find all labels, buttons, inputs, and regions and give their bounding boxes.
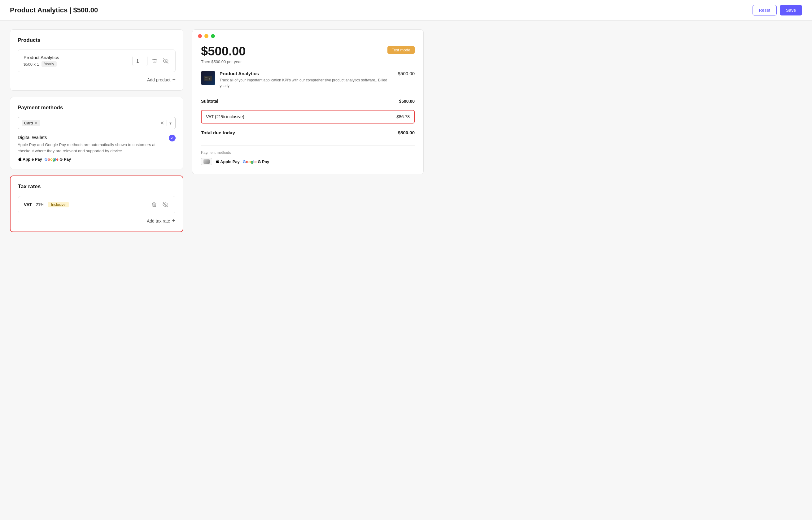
tax-name: VAT bbox=[24, 202, 32, 207]
preview-subtotal-row: Subtotal $500.00 bbox=[201, 95, 415, 107]
preview-google-pay: Google G Pay bbox=[243, 159, 269, 164]
product-controls bbox=[132, 56, 170, 66]
apple-pay-logo: Apple Pay bbox=[18, 157, 42, 161]
total-value: $500.00 bbox=[398, 130, 415, 135]
google-pay-logo: Google G Pay bbox=[45, 157, 71, 161]
preview-per-year: Then $500.00 per year bbox=[201, 59, 415, 64]
select-controls: ✕ ▾ bbox=[160, 120, 172, 126]
card-payment-icon bbox=[201, 158, 212, 165]
add-product-row[interactable]: Add product + bbox=[18, 72, 176, 83]
tax-row: VAT 21% Inclusive bbox=[18, 196, 175, 213]
svg-rect-2 bbox=[204, 76, 212, 81]
preview-vat-row: VAT (21% inclusive) $86.78 bbox=[201, 110, 415, 124]
test-mode-badge: Test mode bbox=[387, 46, 415, 54]
preview-pm-label: Payment methods bbox=[201, 151, 415, 155]
tax-rates-title: Tax rates bbox=[18, 184, 175, 190]
product-price-row: $500 x 1 Yearly bbox=[24, 61, 59, 67]
digital-wallets-title: Digital Wallets bbox=[18, 135, 166, 140]
preview-product-name: Product Analytics bbox=[220, 71, 394, 76]
card-tag-label: Card bbox=[24, 121, 33, 125]
add-tax-rate-label: Add tax rate bbox=[147, 218, 170, 224]
eye-off-icon bbox=[163, 58, 169, 64]
add-product-label: Add product bbox=[147, 77, 171, 82]
delete-tax-button[interactable] bbox=[150, 201, 158, 209]
google-pay-label: G Pay bbox=[59, 157, 71, 161]
preview-product-desc: Track all of your important application … bbox=[220, 77, 394, 88]
traffic-lights bbox=[192, 30, 423, 38]
preview-card: $500.00 Test mode Then $500.00 per year bbox=[192, 29, 424, 174]
top-bar: Product Analytics | $500.00 Reset Save bbox=[0, 0, 812, 21]
preview-price-row: $500.00 Test mode bbox=[201, 44, 415, 58]
svg-point-4 bbox=[209, 78, 210, 80]
page-title: Product Analytics | $500.00 bbox=[10, 6, 98, 14]
digital-wallets-desc: Apple Pay and Google Pay methods are aut… bbox=[18, 142, 166, 154]
svg-rect-3 bbox=[205, 77, 207, 78]
preview-apple-pay: Apple Pay bbox=[215, 159, 240, 164]
selected-methods: Card ✕ bbox=[22, 120, 40, 126]
tax-rates-card: Tax rates VAT 21% Inclusive bbox=[10, 176, 183, 232]
add-tax-rate-row[interactable]: Add tax rate + bbox=[18, 213, 175, 224]
preview-apple-pay-label: Apple Pay bbox=[220, 159, 240, 164]
reset-button[interactable]: Reset bbox=[753, 5, 777, 16]
product-row: Product Analytics $500 x 1 Yearly bbox=[18, 50, 176, 72]
product-thumb-inner bbox=[201, 71, 215, 85]
preview-product-price: $500.00 bbox=[398, 71, 415, 76]
header-actions: Reset Save bbox=[753, 5, 803, 16]
product-name: Product Analytics bbox=[24, 55, 59, 60]
products-card: Products Product Analytics $500 x 1 Year… bbox=[10, 29, 183, 91]
traffic-light-red bbox=[198, 34, 202, 38]
products-title: Products bbox=[18, 37, 176, 43]
hide-tax-button[interactable] bbox=[161, 201, 170, 209]
preview-total-row: Total due today $500.00 bbox=[201, 126, 415, 139]
payment-methods-title: Payment methods bbox=[18, 105, 176, 111]
select-divider bbox=[167, 120, 167, 126]
preview-body: $500.00 Test mode Then $500.00 per year bbox=[192, 38, 423, 174]
remove-card-button[interactable]: ✕ bbox=[34, 121, 37, 125]
digital-wallets-toggle[interactable]: ✓ bbox=[169, 135, 176, 141]
delete-product-button[interactable] bbox=[151, 57, 158, 65]
tax-info: VAT 21% Inclusive bbox=[24, 202, 69, 207]
main-content: Products Product Analytics $500 x 1 Year… bbox=[0, 21, 434, 241]
preview-product-details: Product Analytics Track all of your impo… bbox=[220, 71, 394, 88]
tax-controls bbox=[150, 201, 170, 209]
vat-label: VAT (21% inclusive) bbox=[206, 114, 244, 119]
product-thumb-svg bbox=[203, 73, 213, 83]
payment-methods-card: Payment methods Card ✕ ✕ ▾ Digital Walle… bbox=[10, 97, 183, 169]
apple-icon-preview bbox=[215, 159, 220, 164]
right-column: $500.00 Test mode Then $500.00 per year bbox=[192, 29, 424, 232]
tax-percentage: 21% bbox=[35, 202, 44, 207]
traffic-light-green bbox=[211, 34, 215, 38]
digital-wallets-info: Digital Wallets Apple Pay and Google Pay… bbox=[18, 135, 166, 161]
product-info: Product Analytics $500 x 1 Yearly bbox=[24, 55, 59, 67]
trash-icon bbox=[152, 58, 157, 64]
tax-type-badge: Inclusive bbox=[48, 202, 69, 207]
digital-wallets-row: Digital Wallets Apple Pay and Google Pay… bbox=[18, 135, 176, 161]
payment-method-select[interactable]: Card ✕ ✕ ▾ bbox=[18, 117, 176, 129]
card-tag: Card ✕ bbox=[22, 120, 40, 126]
apple-icon bbox=[18, 157, 22, 161]
subtotal-value: $500.00 bbox=[399, 99, 415, 104]
dropdown-arrow-icon[interactable]: ▾ bbox=[170, 121, 172, 126]
apple-pay-label: Apple Pay bbox=[23, 157, 42, 161]
clear-select-button[interactable]: ✕ bbox=[160, 120, 164, 126]
save-button[interactable]: Save bbox=[780, 5, 802, 16]
add-product-icon: + bbox=[172, 76, 176, 83]
trash-icon bbox=[151, 202, 157, 207]
preview-pm-icons: Apple Pay Google G Pay bbox=[201, 158, 415, 165]
billing-cycle-badge: Yearly bbox=[42, 61, 57, 67]
hide-product-button[interactable] bbox=[162, 57, 170, 65]
preview-payment-methods: Payment methods Apple Pay Google G Pay bbox=[201, 145, 415, 165]
total-label: Total due today bbox=[201, 130, 235, 135]
product-price-label: $500 x 1 bbox=[24, 62, 39, 67]
preview-product-row: Product Analytics Track all of your impo… bbox=[201, 71, 415, 88]
vat-value: $86.78 bbox=[397, 114, 410, 119]
card-icon-inner bbox=[203, 159, 210, 164]
product-thumbnail bbox=[201, 71, 215, 85]
quantity-input[interactable] bbox=[132, 56, 147, 66]
subtotal-label: Subtotal bbox=[201, 99, 218, 104]
preview-google-pay-label: G Pay bbox=[258, 159, 269, 164]
add-tax-rate-icon: + bbox=[172, 217, 175, 224]
left-column: Products Product Analytics $500 x 1 Year… bbox=[10, 29, 183, 232]
traffic-light-yellow bbox=[204, 34, 208, 38]
pay-logos: Apple Pay Google G Pay bbox=[18, 157, 166, 161]
